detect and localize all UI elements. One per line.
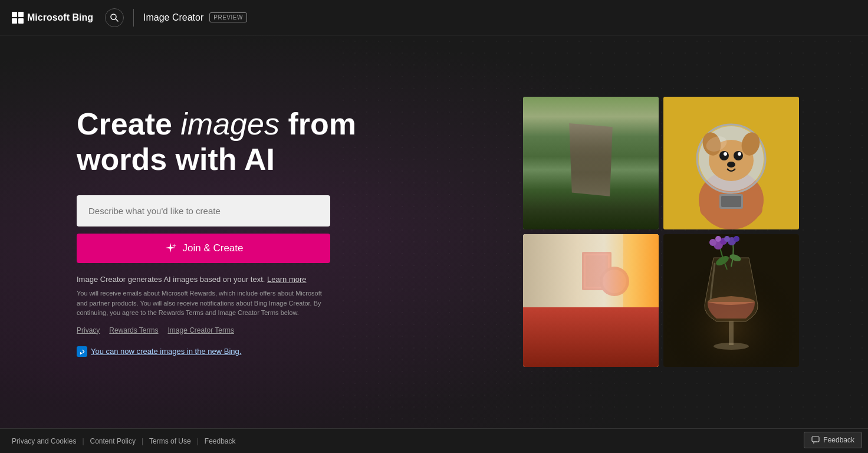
bing-logo-text: Microsoft Bing: [27, 12, 93, 23]
bing-sparkle-icon: [77, 346, 87, 357]
bing-logo[interactable]: Microsoft Bing: [12, 12, 93, 24]
svg-rect-35: [586, 255, 608, 287]
svg-rect-11: [555, 144, 560, 197]
svg-point-36: [600, 267, 629, 296]
generated-image-wine: [663, 234, 799, 367]
image-creator-terms-link[interactable]: Image Creator Terms: [167, 326, 234, 334]
header: Microsoft Bing Image Creator PREVIEW: [0, 0, 868, 35]
terms-body: You will receive emails about Microsoft …: [77, 288, 330, 318]
main-content: Create images from words with AI Join & …: [0, 35, 868, 428]
rewards-terms-link[interactable]: Rewards Terms: [109, 326, 158, 334]
svg-point-53: [724, 236, 730, 242]
svg-rect-5: [555, 126, 585, 197]
feedback-icon: [811, 436, 820, 444]
svg-point-49: [709, 239, 716, 246]
svg-rect-7: [594, 138, 617, 197]
svg-rect-31: [623, 234, 659, 367]
svg-rect-2: [77, 346, 87, 357]
bing-logo-icon: Microsoft Bing: [12, 12, 93, 24]
svg-point-25: [734, 151, 743, 160]
search-button[interactable]: [105, 8, 124, 27]
header-title-section: Image Creator PREVIEW: [143, 12, 247, 23]
ruins-image-svg: [523, 97, 659, 229]
svg-rect-34: [584, 254, 610, 288]
info-text-main: Image Creator generates AI images based …: [77, 275, 265, 284]
sparkle-icon: [164, 242, 177, 255]
headline-part1: Create: [77, 107, 180, 141]
svg-point-26: [724, 152, 727, 156]
preview-badge: PREVIEW: [209, 12, 247, 22]
svg-rect-39: [523, 330, 626, 335]
privacy-link[interactable]: Privacy: [77, 326, 100, 334]
svg-rect-42: [579, 326, 600, 340]
room-svg: [523, 234, 659, 367]
svg-point-9: [526, 168, 567, 191]
footer-feedback-link[interactable]: Feedback: [199, 437, 242, 445]
join-create-label: Join & Create: [183, 242, 244, 254]
svg-rect-43: [523, 352, 659, 367]
headline: Create images from words with AI: [77, 107, 442, 178]
feedback-float-label: Feedback: [823, 436, 854, 444]
join-create-button[interactable]: Join & Create: [77, 234, 330, 263]
svg-rect-46: [729, 321, 734, 345]
generated-image-room: [523, 234, 659, 367]
svg-point-47: [714, 343, 749, 350]
svg-point-51: [715, 236, 721, 242]
svg-rect-32: [523, 234, 623, 367]
header-divider: [133, 9, 134, 27]
dog-astronaut-svg: [663, 97, 799, 229]
terms-links: Privacy Rewards Terms Image Creator Term…: [77, 326, 442, 334]
new-bing-text: You can now create images in the new Bin…: [91, 347, 241, 356]
svg-rect-8: [600, 129, 609, 153]
svg-rect-40: [535, 320, 570, 349]
svg-point-37: [603, 270, 626, 293]
svg-point-10: [609, 172, 656, 193]
wine-svg: [663, 234, 799, 367]
svg-point-27: [738, 152, 741, 156]
svg-rect-57: [812, 436, 819, 442]
footer-privacy-cookies[interactable]: Privacy and Cookies: [12, 437, 82, 445]
search-circle: [105, 8, 124, 27]
footer-terms-of-use[interactable]: Terms of Use: [143, 437, 197, 445]
svg-rect-4: [523, 173, 659, 229]
svg-rect-41: [536, 321, 569, 348]
svg-rect-18: [721, 196, 741, 207]
svg-rect-12: [573, 126, 577, 197]
svg-rect-38: [523, 331, 626, 367]
generated-image-ruins: [523, 97, 659, 229]
svg-point-54: [734, 236, 739, 242]
generated-image-dog-astronaut: [663, 97, 799, 229]
svg-line-1: [116, 19, 118, 21]
svg-rect-30: [523, 234, 659, 367]
svg-point-24: [719, 151, 729, 160]
svg-point-28: [727, 162, 735, 168]
learn-more-link[interactable]: Learn more: [267, 275, 306, 284]
footer: Privacy and Cookies | Content Policy | T…: [0, 428, 868, 453]
right-section: [466, 35, 868, 428]
svg-rect-33: [582, 252, 611, 290]
headline-italic: images: [180, 107, 280, 141]
footer-content-policy[interactable]: Content Policy: [84, 437, 142, 445]
left-section: Create images from words with AI Join & …: [77, 35, 466, 428]
bing-logo-squares: [12, 12, 24, 24]
header-title: Image Creator: [143, 12, 203, 23]
info-text: Image Creator generates AI images based …: [77, 275, 330, 284]
svg-rect-3: [523, 97, 659, 229]
new-bing-link[interactable]: You can now create images in the new Bin…: [77, 346, 442, 357]
prompt-input[interactable]: [77, 195, 330, 226]
search-icon: [110, 13, 119, 22]
svg-rect-6: [567, 120, 579, 138]
feedback-float-button[interactable]: Feedback: [804, 432, 862, 448]
image-grid: [523, 97, 799, 367]
